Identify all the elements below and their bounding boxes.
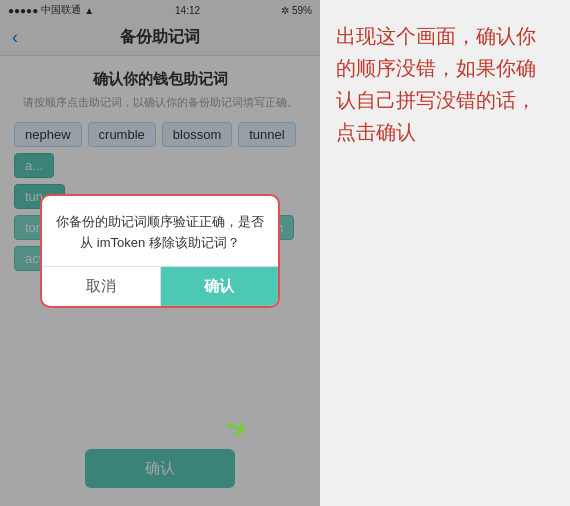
dialog: 你备份的助记词顺序验证正确，是否从 imToken 移除该助记词？ 取消 确认 — [40, 194, 280, 308]
annotation-panel: 出现这个画面，确认你的顺序没错，如果你确认自己拼写没错的话，点击确认 — [320, 0, 570, 506]
dialog-cancel-button[interactable]: 取消 — [42, 267, 161, 306]
dialog-buttons: 取消 确认 — [42, 266, 278, 306]
annotation-text: 出现这个画面，确认你的顺序没错，如果你确认自己拼写没错的话，点击确认 — [336, 20, 554, 148]
dialog-confirm-button[interactable]: 确认 — [161, 267, 279, 306]
phone-frame: ●●●●● 中国联通 ▲ 14:12 ✲ 59% ‹ 备份助记词 确认你的钱包助… — [0, 0, 320, 506]
dialog-message: 你备份的助记词顺序验证正确，是否从 imToken 移除该助记词？ — [42, 196, 278, 266]
